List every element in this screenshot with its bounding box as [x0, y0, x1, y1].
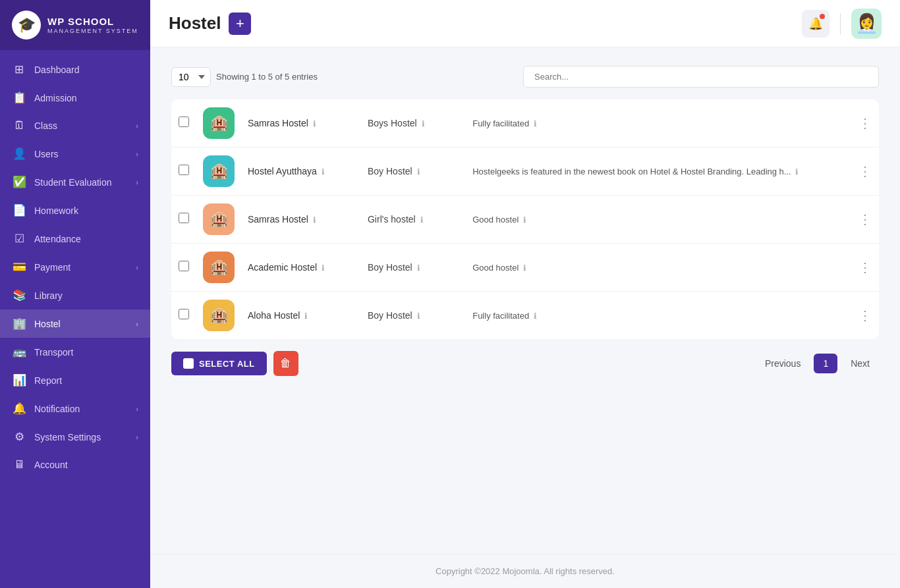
previous-page-button[interactable]: Previous — [756, 354, 810, 373]
row-checkbox-cell — [171, 99, 196, 147]
hostel-desc-1: Fully facilitated ℹ — [466, 99, 852, 147]
topbar-right: 🔔 👩‍💼 — [802, 9, 882, 39]
hostel-icon-1: 🏨 — [203, 107, 235, 139]
row-checkbox-4[interactable] — [179, 261, 189, 271]
pagination: Previous 1 Next — [756, 354, 879, 373]
row-checkbox-cell — [171, 147, 196, 196]
admission-nav-icon: 📋 — [12, 91, 26, 105]
info-icon-name-2[interactable]: ℹ — [322, 167, 325, 176]
entries-per-page-select[interactable]: 102550100 — [171, 67, 211, 87]
page-title: Hostel — [169, 13, 221, 34]
info-icon-name-5[interactable]: ℹ — [304, 311, 308, 321]
topbar-divider — [840, 13, 841, 34]
action-menu-5[interactable]: ⋮ — [858, 308, 872, 323]
hostel-name-1: Samras Hostel ℹ — [241, 99, 361, 147]
sidebar-item-report[interactable]: 📊 Report — [0, 366, 150, 394]
info-icon-desc-4[interactable]: ℹ — [523, 263, 526, 273]
select-all-checkbox — [183, 358, 194, 369]
sidebar-item-system-settings[interactable]: ⚙ System Settings › — [0, 423, 150, 451]
icon-cell: 🏨 — [196, 292, 241, 340]
page-title-area: Hostel + — [169, 13, 251, 35]
main-content: Hostel + 🔔 👩‍💼 102550100 Show — [150, 0, 900, 588]
info-icon-type-2[interactable]: ℹ — [417, 167, 420, 176]
sidebar-label-attendance: Attendance — [34, 234, 81, 244]
chevron-icon-student-evaluation: › — [136, 178, 138, 186]
row-checkbox-5[interactable] — [179, 309, 189, 319]
table-row: 🏨 Samras Hostel ℹ Girl's hostel ℹ Good h… — [171, 196, 879, 244]
notification-button[interactable]: 🔔 — [802, 10, 830, 38]
hostel-table: 🏨 Samras Hostel ℹ Boys Hostel ℹ Fully fa… — [171, 99, 879, 339]
sidebar-label-transport: Transport — [34, 347, 73, 358]
sidebar-item-admission[interactable]: 📋 Admission — [0, 84, 150, 112]
chevron-icon-notification: › — [136, 405, 138, 413]
info-icon-desc-5[interactable]: ℹ — [534, 311, 537, 321]
chevron-icon-users: › — [136, 150, 138, 158]
sidebar-label-class: Class — [34, 120, 57, 131]
row-checkbox-2[interactable] — [179, 165, 189, 175]
sidebar-item-homework[interactable]: 📄 Homework — [0, 196, 150, 225]
info-icon-name-1[interactable]: ℹ — [313, 119, 316, 128]
info-icon-desc-2[interactable]: ℹ — [795, 167, 799, 176]
class-nav-icon: 🗓 — [12, 119, 26, 132]
sidebar-item-notification[interactable]: 🔔 Notification › — [0, 394, 150, 423]
action-menu-3[interactable]: ⋮ — [858, 212, 872, 227]
student-evaluation-nav-icon: ✅ — [12, 175, 26, 189]
action-cell-5: ⋮ — [852, 292, 879, 340]
info-icon-desc-3[interactable]: ℹ — [523, 215, 526, 225]
info-icon-type-1[interactable]: ℹ — [422, 119, 425, 128]
sidebar-item-users[interactable]: 👤 Users › — [0, 140, 150, 168]
info-icon-type-4[interactable]: ℹ — [417, 263, 420, 273]
action-menu-2[interactable]: ⋮ — [858, 164, 872, 178]
add-hostel-button[interactable]: + — [229, 13, 251, 35]
sidebar-label-hostel: Hostel — [34, 319, 61, 329]
hostel-name-4: Academic Hostel ℹ — [241, 244, 361, 292]
sidebar-label-users: Users — [34, 149, 59, 159]
attendance-nav-icon: ☑ — [12, 232, 26, 246]
sidebar-item-library[interactable]: 📚 Library — [0, 281, 150, 309]
sidebar-label-system-settings: System Settings — [34, 432, 101, 442]
action-cell-2: ⋮ — [852, 147, 879, 196]
info-icon-type-5[interactable]: ℹ — [417, 311, 420, 321]
page-1-button[interactable]: 1 — [814, 354, 837, 373]
info-icon-name-3[interactable]: ℹ — [313, 215, 316, 225]
sidebar-item-student-evaluation[interactable]: ✅ Student Evaluation › — [0, 168, 150, 196]
sidebar-label-account: Account — [34, 460, 68, 470]
report-nav-icon: 📊 — [12, 373, 26, 387]
sidebar-label-notification: Notification — [34, 404, 80, 414]
account-nav-icon: 🖥 — [12, 458, 26, 471]
row-checkbox-3[interactable] — [179, 213, 189, 223]
sidebar-item-payment[interactable]: 💳 Payment › — [0, 253, 150, 281]
topbar: Hostel + 🔔 👩‍💼 — [150, 0, 900, 47]
sidebar-logo: 🎓 WP SCHOOL MANAGEMENT SYSTEM — [0, 0, 150, 50]
select-all-button[interactable]: SELECT ALL — [171, 352, 267, 375]
sidebar-item-dashboard[interactable]: ⊞ Dashboard — [0, 55, 150, 84]
row-checkbox-1[interactable] — [179, 117, 189, 127]
hostel-icon-3: 🏨 — [203, 203, 235, 235]
table-row: 🏨 Samras Hostel ℹ Boys Hostel ℹ Fully fa… — [171, 99, 879, 147]
delete-button[interactable]: 🗑 — [273, 351, 298, 376]
sidebar-item-class[interactable]: 🗓 Class › — [0, 112, 150, 140]
search-input[interactable] — [523, 66, 879, 88]
bottom-bar: SELECT ALL 🗑 Previous 1 Next — [171, 339, 879, 376]
transport-nav-icon: 🚌 — [12, 345, 26, 359]
sidebar: 🎓 WP SCHOOL MANAGEMENT SYSTEM ⊞ Dashboar… — [0, 0, 150, 588]
action-menu-4[interactable]: ⋮ — [858, 260, 872, 275]
sidebar-item-transport[interactable]: 🚌 Transport — [0, 338, 150, 366]
row-checkbox-cell — [171, 292, 196, 340]
user-avatar-button[interactable]: 👩‍💼 — [851, 9, 882, 39]
next-page-button[interactable]: Next — [841, 354, 879, 373]
sidebar-item-hostel[interactable]: 🏢 Hostel › — [0, 309, 150, 338]
sidebar-item-attendance[interactable]: ☑ Attendance — [0, 225, 150, 253]
notification-badge — [820, 14, 825, 19]
action-cell-1: ⋮ — [852, 99, 879, 147]
info-icon-desc-1[interactable]: ℹ — [534, 119, 537, 128]
info-icon-name-4[interactable]: ℹ — [322, 263, 325, 273]
sidebar-label-dashboard: Dashboard — [34, 65, 80, 75]
hostel-icon-4: 🏨 — [203, 252, 235, 283]
action-cell-4: ⋮ — [852, 244, 879, 292]
action-menu-1[interactable]: ⋮ — [858, 116, 872, 130]
sidebar-item-account[interactable]: 🖥 Account — [0, 451, 150, 479]
sidebar-label-student-evaluation: Student Evaluation — [34, 177, 112, 188]
hostel-type-5: Boy Hostel ℹ — [361, 292, 466, 340]
info-icon-type-3[interactable]: ℹ — [420, 215, 424, 225]
